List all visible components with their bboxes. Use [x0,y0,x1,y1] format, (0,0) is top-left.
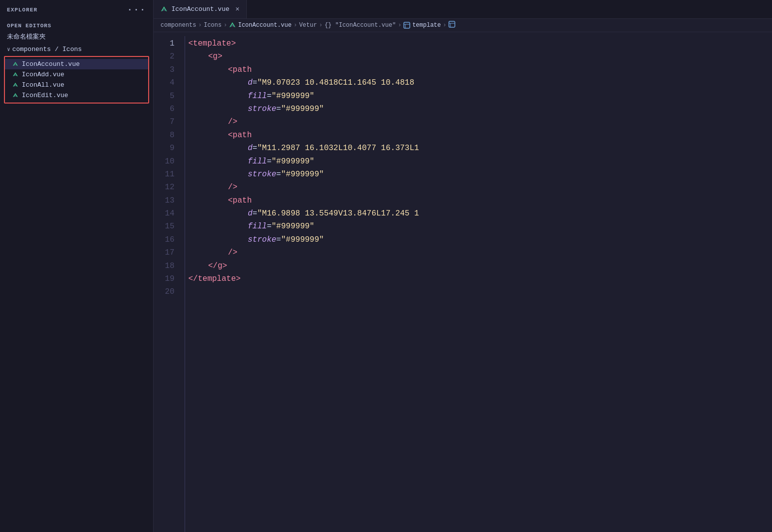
open-editors-label: OPEN EDITORS [0,18,153,31]
code-line-6: stroke="#999999" [188,103,772,115]
sidebar: EXPLORER ··· OPEN EDITORS 未命名檔案夾 ∨ compo… [0,0,154,532]
breadcrumb-sep-1: › [198,22,202,29]
line-num-15: 15 [154,220,174,233]
vue-icon [12,71,19,78]
line-num-17: 17 [154,246,174,259]
code-line-19: </template> [188,272,772,285]
sidebar-menu-button[interactable]: ··· [127,5,146,15]
tab-bar: IconAccount.vue × [154,0,772,19]
explorer-title: EXPLORER [7,7,38,13]
vue-icon [12,92,19,99]
line-num-9: 9 [154,142,174,155]
breadcrumb-file: IconAccount.vue [238,22,291,29]
file-name-iconaccount: IconAccount.vue [22,60,80,68]
line-num-6: 6 [154,103,174,115]
file-tree: ∨ components / Icons IconAccount.vue [0,43,153,107]
code-line-16: stroke="#999999" [188,233,772,246]
line-num-2: 2 [154,50,174,63]
code-line-17: /> [188,246,772,259]
file-item-iconedit[interactable]: IconEdit.vue [5,90,148,101]
unnamed-folder-label: 未命名檔案夾 [0,31,153,43]
line-num-16: 16 [154,233,174,246]
breadcrumb-components: components [161,22,196,29]
breadcrumb-vetur: Vetur [299,22,317,29]
tab-iconaccount[interactable]: IconAccount.vue × [154,0,247,18]
tab-label: IconAccount.vue [171,5,229,13]
breadcrumb-json: {} "IconAccount.vue" [325,22,396,29]
file-item-iconadd[interactable]: IconAdd.vue [5,69,148,80]
vue-icon [12,82,19,89]
code-line-20 [188,285,772,298]
code-line-14: d="M16.9898 13.5549V13.8476L17.245 1 [188,207,772,220]
line-num-5: 5 [154,90,174,103]
line-num-3: 3 [154,63,174,76]
breadcrumb-template: template [412,22,441,29]
code-line-18: </g> [188,260,772,272]
breadcrumb-grid-icon [448,21,455,30]
file-item-iconall[interactable]: IconAll.vue [5,80,148,90]
line-num-4: 4 [154,76,174,89]
editor-area: IconAccount.vue × components › Icons › I… [154,0,772,532]
line-num-18: 18 [154,260,174,272]
code-line-11: stroke="#999999" [188,168,772,181]
file-item-iconaccount[interactable]: IconAccount.vue [5,59,148,69]
breadcrumb-vue-icon [229,22,236,29]
tab-vue-icon [161,6,167,13]
line-num-14: 14 [154,207,174,220]
file-name-iconedit: IconEdit.vue [22,92,68,99]
code-gutter [183,36,186,532]
sidebar-header: EXPLORER ··· [0,0,153,18]
code-line-4: d="M9.07023 10.4818C11.1645 10.4818 [188,76,772,89]
template-icon [403,22,410,29]
breadcrumb-sep-6: › [443,22,446,29]
code-line-5: fill="#999999" [188,90,772,103]
svg-rect-12 [404,22,410,28]
file-name-iconall: IconAll.vue [22,81,64,89]
line-num-8: 8 [154,129,174,142]
code-content[interactable]: <template> <g> <path d="M9.07023 10.4818… [186,36,772,532]
chevron-down-icon: ∨ [7,46,10,53]
code-line-10: fill="#999999" [188,155,772,168]
line-num-11: 11 [154,168,174,181]
code-line-13: <path [188,194,772,207]
breadcrumb-sep-4: › [319,22,323,29]
svg-rect-15 [449,21,455,27]
line-num-7: 7 [154,115,174,128]
line-num-13: 13 [154,194,174,207]
breadcrumb: components › Icons › IconAccount.vue › V… [154,19,772,32]
code-line-3: <path [188,63,772,76]
line-num-20: 20 [154,285,174,298]
code-line-15: fill="#999999" [188,220,772,233]
line-num-19: 19 [154,272,174,285]
breadcrumb-sep-5: › [398,22,401,29]
vue-icon [12,61,19,68]
tree-folder-components-icons[interactable]: ∨ components / Icons [0,45,153,54]
file-list: IconAccount.vue IconAdd.vue [4,56,149,104]
breadcrumb-sep-3: › [293,22,297,29]
line-num-10: 10 [154,155,174,168]
folder-label: components / Icons [12,46,82,53]
line-num-12: 12 [154,181,174,194]
code-line-9: d="M11.2987 16.1032L10.4077 16.373L1 [188,142,772,155]
tab-close-button[interactable]: × [235,5,239,13]
breadcrumb-sep-2: › [223,22,227,29]
code-area: 1 2 3 4 5 6 7 8 9 10 11 12 13 14 15 16 1… [154,32,772,532]
code-line-12: /> [188,181,772,194]
code-line-2: <g> [188,50,772,63]
code-line-8: <path [188,129,772,142]
code-line-7: /> [188,115,772,128]
file-name-iconadd: IconAdd.vue [22,71,64,78]
code-line-1: <template> [188,37,772,50]
line-num-1: 1 [154,37,174,50]
breadcrumb-icons: Icons [204,22,221,29]
line-numbers: 1 2 3 4 5 6 7 8 9 10 11 12 13 14 15 16 1… [154,36,183,532]
